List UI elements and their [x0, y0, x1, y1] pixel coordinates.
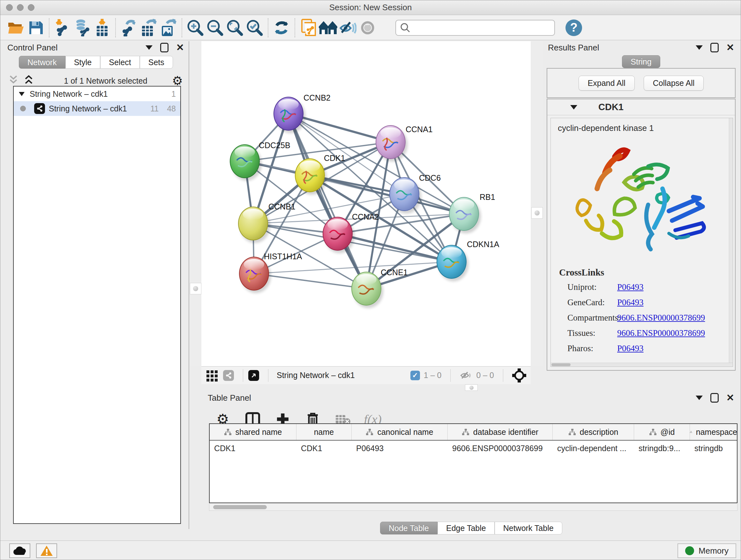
column-header-name[interactable]: name: [296, 424, 352, 440]
results-panel-menu-icon[interactable]: [696, 45, 703, 50]
cell--id[interactable]: stringdb:9...: [634, 441, 690, 456]
tab-sets[interactable]: Sets: [140, 56, 173, 69]
gene-collapse-icon[interactable]: [570, 105, 577, 110]
column-header-canonical-name[interactable]: canonical name: [352, 424, 448, 440]
node-table[interactable]: shared namenamecanonical namedatabase id…: [209, 423, 738, 503]
export-table-button[interactable]: [139, 18, 158, 38]
results-panel-close-icon[interactable]: ✕: [726, 43, 734, 52]
table-panel-close-icon[interactable]: ✕: [726, 393, 734, 402]
node-CCNA2[interactable]: [323, 217, 353, 251]
network-canvas[interactable]: CCNB2CCNA1CDC25BCDK1CDC6RB1CCNB1CCNA2CDK…: [201, 41, 531, 366]
close-window-button[interactable]: [6, 4, 13, 11]
tab-string-results[interactable]: String: [622, 55, 660, 68]
left-splitter-handle[interactable]: [190, 283, 201, 294]
results-vertical-scrollbar[interactable]: [729, 118, 733, 367]
crosslink-pharos-link[interactable]: P06493: [617, 344, 644, 354]
node-CDKN1A[interactable]: [436, 245, 467, 279]
node-CCNB1[interactable]: [238, 206, 268, 240]
edge-HIST1H1A-CCNE1[interactable]: [254, 273, 366, 289]
column-header--id[interactable]: @id: [634, 424, 690, 440]
node-CCNA1[interactable]: [376, 125, 406, 159]
results-panel-float-icon[interactable]: [711, 43, 719, 52]
show-graphics-details-button[interactable]: [318, 18, 338, 38]
string-view-icon[interactable]: [223, 370, 234, 381]
control-panel-menu-icon[interactable]: [145, 45, 152, 50]
table-panel-menu-icon[interactable]: [696, 395, 703, 400]
results-horizontal-scrollbar[interactable]: [551, 363, 733, 367]
cell-namespace[interactable]: stringdb: [690, 441, 738, 456]
refresh-view-button[interactable]: [272, 18, 291, 38]
export-network-button[interactable]: [119, 18, 139, 38]
memory-button[interactable]: Memory: [677, 543, 736, 558]
search-input[interactable]: [411, 23, 550, 32]
search-box[interactable]: [395, 20, 555, 36]
new-network-from-selection-button[interactable]: [298, 18, 318, 38]
cell-shared-name[interactable]: CDK1: [210, 441, 296, 456]
zoom-selected-button[interactable]: [245, 18, 265, 38]
expand-all-networks-icon[interactable]: [24, 75, 33, 87]
tab-style[interactable]: Style: [65, 56, 100, 69]
import-network-database-button[interactable]: [72, 18, 92, 38]
collapse-all-button[interactable]: Collapse All: [644, 76, 704, 91]
column-header-namespace[interactable]: namespace: [690, 424, 738, 440]
node-CDK1[interactable]: [295, 159, 325, 192]
control-panel-close-icon[interactable]: ✕: [176, 43, 184, 52]
collection-expand-icon[interactable]: [18, 91, 25, 97]
network-options-gear-icon[interactable]: ⚙: [172, 75, 183, 87]
export-image-button[interactable]: [158, 18, 179, 38]
import-network-file-button[interactable]: [53, 18, 72, 38]
zoom-fit-button[interactable]: [225, 18, 245, 38]
column-header-description[interactable]: description: [553, 424, 634, 440]
crosshair-icon[interactable]: [512, 368, 526, 382]
save-session-button[interactable]: [26, 18, 46, 38]
network-collection-row[interactable]: String Network – cdk1 1: [14, 86, 180, 101]
tab-node-table[interactable]: Node Table: [380, 522, 437, 535]
open-external-view-icon[interactable]: [248, 370, 259, 381]
tab-network-table[interactable]: Network Table: [495, 522, 562, 535]
tab-edge-table[interactable]: Edge Table: [437, 522, 495, 535]
node-CDC6[interactable]: [389, 177, 419, 211]
birdseye-grid-icon[interactable]: [206, 369, 219, 382]
control-panel-float-icon[interactable]: [160, 43, 169, 52]
right-splitter-handle[interactable]: [531, 207, 543, 219]
table-horizontal-scrollbar[interactable]: [209, 504, 738, 511]
collapse-all-networks-icon[interactable]: [9, 75, 18, 87]
crosslink-genecard-link[interactable]: P06493: [617, 298, 644, 307]
cell-description[interactable]: cyclin-dependent ...: [553, 441, 634, 456]
tab-network[interactable]: Network: [19, 56, 65, 69]
show-hidden-button[interactable]: [358, 18, 378, 38]
expand-all-button[interactable]: Expand All: [579, 76, 635, 91]
zoom-window-button[interactable]: [28, 4, 35, 11]
help-button[interactable]: ?: [564, 18, 584, 38]
node-RB1[interactable]: [449, 197, 479, 231]
warnings-button[interactable]: [36, 543, 57, 558]
minimize-window-button[interactable]: [17, 4, 23, 11]
node-CDC25B[interactable]: [230, 144, 260, 178]
node-CCNE1[interactable]: [351, 272, 381, 306]
network-row[interactable]: String Network – cdk1 11 48: [14, 101, 180, 116]
column-header-database-identifier[interactable]: database identifier: [448, 424, 553, 440]
cell-database-identifier[interactable]: 9606.ENSP00000378699: [448, 441, 553, 456]
crosslink-compartments-link[interactable]: 9606.ENSP00000378699: [617, 313, 705, 323]
crosslink-uniprot-link[interactable]: P06493: [617, 282, 644, 292]
table-panel-float-icon[interactable]: [711, 393, 719, 402]
open-session-button[interactable]: [6, 18, 26, 38]
table-row[interactable]: CDK1CDK1P064939606.ENSP00000378699cyclin…: [210, 441, 737, 456]
selected-checkbox-icon[interactable]: ✓: [410, 371, 420, 380]
window-controls[interactable]: [6, 4, 35, 11]
import-table-button[interactable]: [92, 18, 112, 38]
edge-CCNB2-CCNE1[interactable]: [288, 114, 366, 289]
cloud-status-button[interactable]: [9, 543, 30, 558]
node-HIST1H1A[interactable]: [239, 257, 269, 291]
horizontal-splitter-handle[interactable]: [465, 384, 478, 391]
column-header-shared-name[interactable]: shared name: [210, 424, 296, 440]
scrollbar-thumb[interactable]: [213, 505, 267, 509]
zoom-out-button[interactable]: [205, 18, 225, 38]
cell-name[interactable]: CDK1: [296, 441, 352, 456]
hide-selected-button[interactable]: [338, 18, 358, 38]
crosslink-tissues-link[interactable]: 9606.ENSP00000378699: [617, 328, 705, 338]
cell-canonical-name[interactable]: P06493: [352, 441, 448, 456]
zoom-in-button[interactable]: [185, 18, 205, 38]
node-CCNB2[interactable]: [273, 97, 304, 131]
tab-select[interactable]: Select: [100, 56, 139, 69]
